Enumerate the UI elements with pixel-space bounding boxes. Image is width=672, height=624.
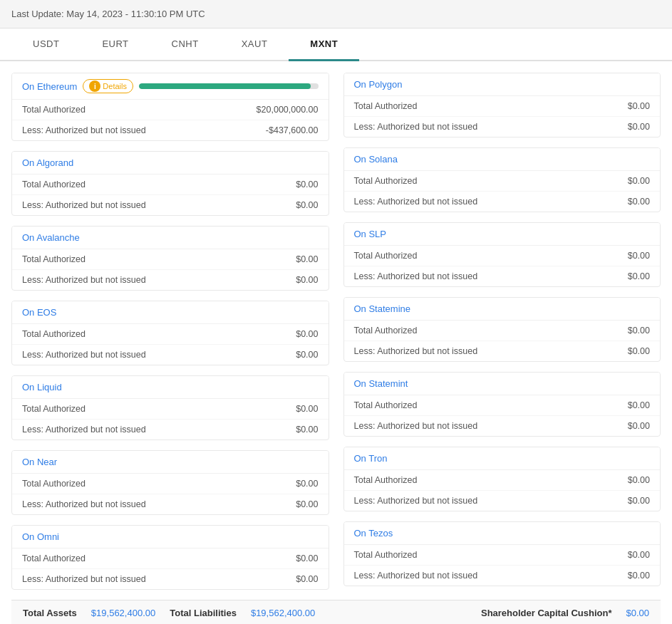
omni-row-1: Less: Authorized but not issued $0.00 bbox=[12, 569, 329, 589]
solana-row-0-value: $0.00 bbox=[628, 176, 650, 186]
card-algorand: On Algorand Total Authorized $0.00 Less:… bbox=[11, 151, 329, 216]
ethereum-row-1: Less: Authorized but not issued -$437,60… bbox=[12, 120, 329, 140]
near-row-1-value: $0.00 bbox=[296, 499, 318, 509]
solana-row-0: Total Authorized $0.00 bbox=[344, 171, 661, 192]
avalanche-label: On Avalanche bbox=[22, 232, 80, 243]
near-label: On Near bbox=[22, 457, 57, 467]
avalanche-row-0-label: Total Authorized bbox=[22, 254, 86, 264]
liquid-row-0: Total Authorized $0.00 bbox=[12, 399, 329, 420]
avalanche-row-1-value: $0.00 bbox=[296, 275, 318, 285]
card-eos: On EOS Total Authorized $0.00 Less: Auth… bbox=[11, 301, 329, 365]
total-assets-label: Total Assets bbox=[23, 608, 77, 618]
card-ethereum: On Ethereum i Details Total Authorized $… bbox=[11, 73, 329, 141]
eos-row-0-label: Total Authorized bbox=[22, 329, 86, 339]
eos-row-1: Less: Authorized but not issued $0.00 bbox=[12, 345, 329, 365]
ethereum-progress-bar bbox=[139, 83, 319, 89]
tab-xaut[interactable]: XAUT bbox=[220, 28, 289, 61]
tezos-row-0: Total Authorized $0.00 bbox=[344, 545, 661, 566]
card-solana: On Solana Total Authorized $0.00 Less: A… bbox=[343, 147, 661, 212]
shareholder-label: Shareholder Capital Cushion* bbox=[481, 608, 611, 618]
tron-label: On Tron bbox=[354, 453, 388, 464]
liquid-row-0-value: $0.00 bbox=[296, 404, 318, 414]
card-liquid: On Liquid Total Authorized $0.00 Less: A… bbox=[11, 375, 329, 440]
eos-row-0-value: $0.00 bbox=[296, 329, 318, 339]
near-row-1-label: Less: Authorized but not issued bbox=[22, 499, 146, 509]
tron-row-0-label: Total Authorized bbox=[354, 475, 418, 485]
tab-usdt[interactable]: USDT bbox=[11, 28, 81, 61]
avalanche-row-1-label: Less: Authorized but not issued bbox=[22, 275, 146, 285]
eos-row-0: Total Authorized $0.00 bbox=[12, 324, 329, 345]
ethereum-progress-fill bbox=[139, 83, 311, 89]
ethereum-row-1-label: Less: Authorized but not issued bbox=[22, 125, 146, 135]
left-column: On Ethereum i Details Total Authorized $… bbox=[11, 73, 329, 600]
ethereum-row-0-value: $20,000,000.00 bbox=[257, 105, 319, 115]
ethereum-row-0: Total Authorized $20,000,000.00 bbox=[12, 100, 329, 120]
last-update-text: Last Update: May 14, 2023 - 11:30:10 PM … bbox=[11, 9, 205, 19]
tab-cnht[interactable]: CNHT bbox=[150, 28, 220, 61]
footer-bar: Total Assets $19,562,400.00 Total Liabil… bbox=[11, 600, 661, 624]
card-polygon: On Polygon Total Authorized $0.00 Less: … bbox=[343, 73, 661, 137]
avalanche-row-1: Less: Authorized but not issued $0.00 bbox=[12, 270, 329, 290]
algorand-row-0: Total Authorized $0.00 bbox=[12, 175, 329, 195]
slp-row-0: Total Authorized $0.00 bbox=[344, 246, 661, 266]
statemine-label: On Statemine bbox=[354, 303, 411, 314]
statemint-row-1: Less: Authorized but not issued $0.00 bbox=[344, 416, 661, 436]
omni-row-0-value: $0.00 bbox=[296, 553, 318, 563]
slp-label: On SLP bbox=[354, 229, 387, 239]
omni-row-1-value: $0.00 bbox=[296, 574, 318, 584]
algorand-row-0-value: $0.00 bbox=[296, 180, 318, 189]
near-row-1: Less: Authorized but not issued $0.00 bbox=[12, 494, 329, 514]
tab-eurt[interactable]: EURT bbox=[81, 28, 150, 61]
algorand-label: On Algorand bbox=[22, 157, 73, 168]
algorand-row-1-label: Less: Authorized but not issued bbox=[22, 200, 146, 210]
avalanche-row-0-value: $0.00 bbox=[296, 254, 318, 264]
right-column: On Polygon Total Authorized $0.00 Less: … bbox=[343, 73, 661, 600]
statemine-row-1-label: Less: Authorized but not issued bbox=[354, 346, 478, 356]
tezos-row-0-value: $0.00 bbox=[628, 550, 650, 560]
slp-row-0-value: $0.00 bbox=[628, 251, 650, 261]
near-row-0-label: Total Authorized bbox=[22, 479, 86, 489]
omni-row-0: Total Authorized $0.00 bbox=[12, 548, 329, 569]
polygon-row-0: Total Authorized $0.00 bbox=[344, 96, 661, 117]
tron-row-1-label: Less: Authorized but not issued bbox=[354, 496, 478, 506]
statemine-row-1-value: $0.00 bbox=[628, 346, 650, 356]
statemine-row-1: Less: Authorized but not issued $0.00 bbox=[344, 341, 661, 361]
polygon-row-1-label: Less: Authorized but not issued bbox=[354, 122, 478, 132]
statemint-row-0: Total Authorized $0.00 bbox=[344, 395, 661, 416]
content-area: On Ethereum i Details Total Authorized $… bbox=[0, 61, 672, 624]
algorand-row-1: Less: Authorized but not issued $0.00 bbox=[12, 195, 329, 215]
shareholder-value: $0.00 bbox=[626, 608, 649, 618]
cards-grid: On Ethereum i Details Total Authorized $… bbox=[11, 73, 661, 600]
liquid-row-1-label: Less: Authorized but not issued bbox=[22, 425, 146, 435]
polygon-label: On Polygon bbox=[354, 79, 403, 90]
algorand-row-1-value: $0.00 bbox=[296, 200, 318, 210]
eos-label: On EOS bbox=[22, 307, 56, 318]
card-slp: On SLP Total Authorized $0.00 Less: Auth… bbox=[343, 222, 661, 287]
liquid-label: On Liquid bbox=[22, 382, 62, 392]
card-statemint: On Statemint Total Authorized $0.00 Less… bbox=[343, 372, 661, 437]
tab-mxnt[interactable]: MXNT bbox=[289, 28, 359, 61]
near-row-0: Total Authorized $0.00 bbox=[12, 474, 329, 494]
info-icon: i bbox=[89, 80, 100, 92]
algorand-row-0-label: Total Authorized bbox=[22, 180, 86, 189]
card-tezos: On Tezos Total Authorized $0.00 Less: Au… bbox=[343, 521, 661, 586]
tabs-bar: USDT EURT CNHT XAUT MXNT bbox=[0, 28, 672, 61]
slp-row-1-value: $0.00 bbox=[628, 271, 650, 281]
slp-row-0-label: Total Authorized bbox=[354, 251, 418, 261]
statemint-row-1-value: $0.00 bbox=[628, 421, 650, 431]
solana-row-1-value: $0.00 bbox=[628, 197, 650, 207]
solana-row-0-label: Total Authorized bbox=[354, 176, 418, 186]
liquid-row-1-value: $0.00 bbox=[296, 425, 318, 435]
statemine-row-0-value: $0.00 bbox=[628, 326, 650, 336]
eos-row-1-value: $0.00 bbox=[296, 350, 318, 360]
polygon-row-1-value: $0.00 bbox=[628, 122, 650, 132]
total-assets-value: $19,562,400.00 bbox=[91, 608, 155, 618]
solana-row-1: Less: Authorized but not issued $0.00 bbox=[344, 192, 661, 212]
liquid-row-1: Less: Authorized but not issued $0.00 bbox=[12, 420, 329, 440]
ethereum-details-button[interactable]: i Details bbox=[83, 79, 133, 93]
header: Last Update: May 14, 2023 - 11:30:10 PM … bbox=[0, 0, 672, 28]
tron-row-0-value: $0.00 bbox=[628, 475, 650, 485]
avalanche-row-0: Total Authorized $0.00 bbox=[12, 249, 329, 270]
omni-label: On Omni bbox=[22, 531, 59, 542]
ethereum-label: On Ethereum bbox=[22, 81, 77, 92]
